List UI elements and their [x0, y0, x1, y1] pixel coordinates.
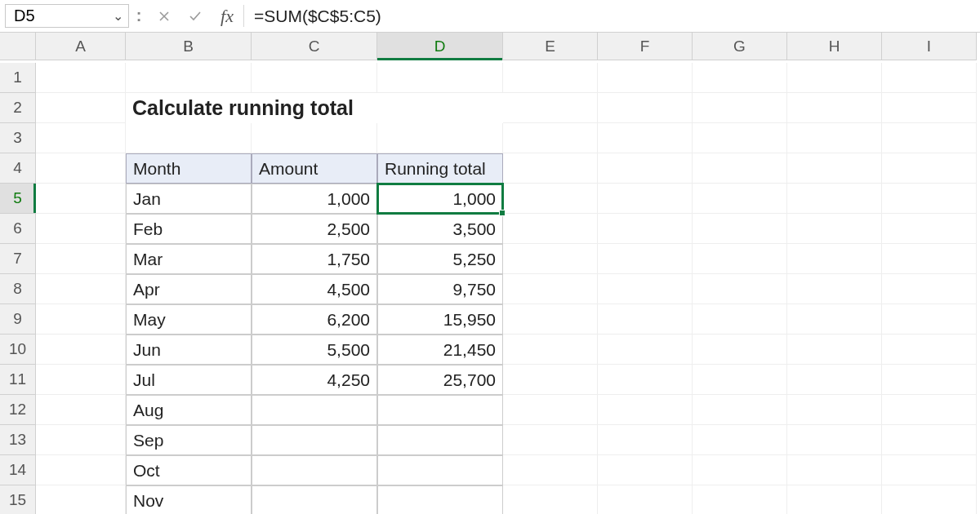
row-header-12[interactable]: 12	[0, 395, 36, 425]
table-cell-month[interactable]: Jan	[126, 184, 252, 214]
cell-A9[interactable]	[36, 304, 126, 335]
cell-G10[interactable]	[693, 335, 787, 365]
cell-G1[interactable]	[693, 63, 787, 93]
spreadsheet-grid[interactable]: ABCDEFGHI12Calculate running total34Mont…	[0, 33, 980, 514]
cell-G9[interactable]	[693, 304, 787, 335]
cell-A10[interactable]	[36, 335, 126, 365]
cell-A13[interactable]	[36, 425, 126, 455]
table-cell-month[interactable]: Sep	[126, 425, 252, 455]
cell-A2[interactable]	[36, 93, 126, 123]
cell-G3[interactable]	[693, 123, 787, 153]
cell-A7[interactable]	[36, 244, 126, 274]
table-cell-running[interactable]	[377, 425, 503, 455]
table-cell-month[interactable]: Feb	[126, 214, 252, 244]
row-header-8[interactable]: 8	[0, 274, 36, 304]
table-cell-running[interactable]: 21,450	[377, 335, 503, 365]
cell-H6[interactable]	[787, 214, 882, 244]
cell-F2[interactable]	[598, 93, 693, 123]
table-cell-month[interactable]: Aug	[126, 395, 252, 425]
insert-function-button[interactable]: fx	[211, 0, 243, 32]
fill-handle[interactable]	[499, 210, 506, 216]
table-cell-month[interactable]: Apr	[126, 274, 252, 304]
cell-E13[interactable]	[503, 425, 598, 455]
cell-G14[interactable]	[693, 455, 787, 485]
column-header-F[interactable]: F	[598, 33, 693, 60]
cell-F12[interactable]	[598, 395, 693, 425]
enter-formula-button[interactable]	[180, 0, 211, 32]
cell-I1[interactable]	[882, 63, 977, 93]
cell-H2[interactable]	[787, 93, 882, 123]
cell-A12[interactable]	[36, 395, 126, 425]
cell-I7[interactable]	[882, 244, 977, 274]
row-header-14[interactable]: 14	[0, 455, 36, 485]
table-cell-running[interactable]	[377, 485, 503, 514]
table-cell-running[interactable]: 15,950	[377, 304, 503, 335]
column-header-D[interactable]: D	[377, 33, 503, 60]
cell-A3[interactable]	[36, 123, 126, 153]
cell-E1[interactable]	[503, 63, 598, 93]
cell-F5[interactable]	[598, 184, 693, 214]
chevron-down-icon[interactable]: ⌄	[113, 8, 123, 24]
row-header-6[interactable]: 6	[0, 214, 36, 244]
cell-H10[interactable]	[787, 335, 882, 365]
row-header-9[interactable]: 9	[0, 304, 36, 335]
select-all-corner[interactable]	[0, 33, 36, 60]
cell-B1[interactable]	[126, 63, 252, 93]
table-cell-amount[interactable]: 2,500	[252, 214, 377, 244]
cell-A14[interactable]	[36, 455, 126, 485]
table-cell-amount[interactable]	[252, 455, 377, 485]
cell-G7[interactable]	[693, 244, 787, 274]
cell-H3[interactable]	[787, 123, 882, 153]
cell-H1[interactable]	[787, 63, 882, 93]
cell-I11[interactable]	[882, 365, 977, 395]
column-header-E[interactable]: E	[503, 33, 598, 60]
row-header-2[interactable]: 2	[0, 93, 36, 123]
cell-E3[interactable]	[503, 123, 598, 153]
cell-F9[interactable]	[598, 304, 693, 335]
column-header-A[interactable]: A	[36, 33, 126, 60]
table-cell-month[interactable]: Jul	[126, 365, 252, 395]
cell-I5[interactable]	[882, 184, 977, 214]
cell-H12[interactable]	[787, 395, 882, 425]
table-cell-running[interactable]: 1,000	[377, 184, 503, 214]
table-cell-month[interactable]: May	[126, 304, 252, 335]
cell-E5[interactable]	[503, 184, 598, 214]
cell-H9[interactable]	[787, 304, 882, 335]
row-header-11[interactable]: 11	[0, 365, 36, 395]
cell-G13[interactable]	[693, 425, 787, 455]
cell-C1[interactable]	[252, 63, 377, 93]
cell-G6[interactable]	[693, 214, 787, 244]
table-cell-month[interactable]: Jun	[126, 335, 252, 365]
cell-A8[interactable]	[36, 274, 126, 304]
table-cell-month[interactable]: Nov	[126, 485, 252, 514]
table-cell-running[interactable]	[377, 395, 503, 425]
table-cell-month[interactable]: Oct	[126, 455, 252, 485]
cell-F8[interactable]	[598, 274, 693, 304]
row-header-15[interactable]: 15	[0, 485, 36, 514]
table-cell-amount[interactable]	[252, 485, 377, 514]
table-cell-running[interactable]: 25,700	[377, 365, 503, 395]
cell-H4[interactable]	[787, 153, 882, 184]
cell-G5[interactable]	[693, 184, 787, 214]
table-cell-amount[interactable]: 5,500	[252, 335, 377, 365]
cell-I2[interactable]	[882, 93, 977, 123]
cell-E2[interactable]	[503, 93, 598, 123]
row-header-3[interactable]: 3	[0, 123, 36, 153]
cell-H15[interactable]	[787, 485, 882, 514]
row-header-5[interactable]: 5	[0, 184, 36, 214]
table-cell-amount[interactable]: 6,200	[252, 304, 377, 335]
cell-E11[interactable]	[503, 365, 598, 395]
table-cell-amount[interactable]: 1,000	[252, 184, 377, 214]
column-header-C[interactable]: C	[252, 33, 377, 60]
cell-I13[interactable]	[882, 425, 977, 455]
cell-E9[interactable]	[503, 304, 598, 335]
row-header-7[interactable]: 7	[0, 244, 36, 274]
cell-I14[interactable]	[882, 455, 977, 485]
column-header-I[interactable]: I	[882, 33, 977, 60]
cell-I12[interactable]	[882, 395, 977, 425]
cell-E6[interactable]	[503, 214, 598, 244]
row-header-1[interactable]: 1	[0, 63, 36, 93]
cell-H11[interactable]	[787, 365, 882, 395]
table-cell-running[interactable]: 5,250	[377, 244, 503, 274]
cell-G4[interactable]	[693, 153, 787, 184]
